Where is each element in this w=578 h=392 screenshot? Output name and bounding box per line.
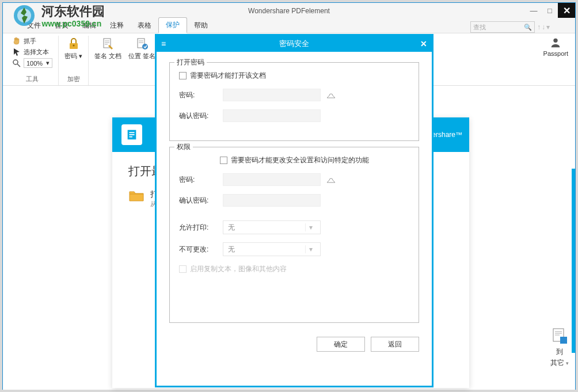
need-open-password-checkbox[interactable] [179,72,187,79]
svg-rect-18 [560,337,567,344]
sign-doc-icon [101,37,115,51]
search-input[interactable]: 查找 🔍 [470,21,535,33]
hand-icon [12,36,21,45]
convert-icon [550,326,569,346]
dialog-menu-icon[interactable]: ≡ [157,39,170,48]
search-placeholder: 查找 [473,23,486,32]
chevron-down-icon: ▾ [305,245,315,253]
svg-line-3 [17,64,20,67]
convert-to-other-button[interactable]: 到 其它 ▾ [550,326,569,368]
open-password-label: 密码: [179,90,218,100]
no-change-label: 不可更改: [179,245,218,254]
allow-print-label: 允许打印: [179,223,218,233]
open-password-input[interactable] [223,89,321,101]
perm-password-label: 密码: [179,175,218,185]
menu-help[interactable]: 帮助 [187,18,215,33]
svg-point-8 [142,44,148,50]
cursor-icon [12,47,21,56]
open-password-section: 打开密码 需要密码才能打开该文档 密码: 确认密码: [169,62,419,141]
chevron-down-icon: ▾ [79,52,82,59]
right-edge-strip [572,169,575,353]
perm-confirm-input[interactable] [223,194,321,207]
maximize-button[interactable]: □ [542,3,558,18]
tool-grab[interactable]: 抓手 [10,36,55,46]
lock-icon [67,37,81,51]
perm-section-legend: 权限 [174,142,193,152]
chevron-down-icon: ▾ [305,223,315,231]
chevron-down-icon: ▾ [566,360,569,366]
tool-sign-doc[interactable]: 签名 文档 [92,36,124,82]
dialog-close-button[interactable]: ✕ [420,39,427,48]
tool-location-sig[interactable]: 位置 签名 [126,36,158,82]
svg-point-9 [554,39,558,43]
menu-protect[interactable]: 保护 [158,17,187,33]
dialog-title: 密码安全 [279,39,309,49]
menu-edit[interactable]: 编辑 [75,18,103,33]
close-button[interactable]: ✕ [558,3,575,18]
title-bar: Wondershare PDFelement — □ ✕ [3,3,575,19]
open-confirm-label: 确认密码: [179,111,218,121]
permission-section: 权限 需要密码才能更改安全设置和访问特定的功能 密码: 确认密码: 允许打印: … [169,147,419,323]
passport-button[interactable]: Passport [543,36,568,57]
menu-annotate[interactable]: 注释 [103,18,131,33]
menu-file[interactable]: 文件 [20,18,48,33]
magnifier-icon [12,59,21,68]
password-security-dialog: ≡ 密码安全 ✕ 打开密码 需要密码才能打开该文档 密码: 确认密码: [155,34,434,387]
svg-point-2 [13,60,18,64]
open-confirm-input[interactable] [223,109,321,122]
nav-menu-icon[interactable]: ▾ [546,23,550,31]
perm-confirm-label: 确认密码: [179,196,218,205]
tool-select-text[interactable]: 选择文本 [10,47,55,57]
tool-password[interactable]: 密码 ▾ [62,36,85,74]
no-change-select[interactable]: 无 ▾ [223,242,321,256]
open-section-legend: 打开密码 [174,58,207,67]
minimize-button[interactable]: — [526,3,542,18]
enable-copy-checkbox[interactable] [179,265,187,273]
app-title: Wondershare PDFelement [248,7,330,15]
need-perm-password-checkbox[interactable] [220,157,227,164]
folder-icon [128,189,144,202]
menu-table[interactable]: 表格 [131,18,158,33]
ok-button[interactable]: 确定 [317,337,365,352]
allow-print-select[interactable]: 无 ▾ [223,220,321,234]
need-open-password-label: 需要密码才能打开该文档 [190,71,266,81]
user-icon [549,36,562,49]
group-tools-label: 工具 [26,74,39,85]
show-perm-password-icon[interactable] [325,174,337,185]
show-password-icon[interactable] [325,90,337,100]
nav-up-icon[interactable]: ↑ [537,23,541,31]
doc-icon [121,124,142,145]
search-icon: 🔍 [524,24,532,31]
menu-home[interactable]: 首页 [48,18,75,33]
chevron-down-icon: ▾ [46,59,50,67]
group-encrypt-label: 加密 [67,74,80,85]
dialog-titlebar: ≡ 密码安全 ✕ [157,36,432,52]
nav-down-icon[interactable]: ↓ [542,23,545,31]
enable-copy-label: 启用复制文本，图像和其他内容 [190,264,287,274]
need-perm-password-label: 需要密码才能更改安全设置和访问特定的功能 [231,155,369,165]
location-sig-icon [135,37,149,51]
perm-password-input[interactable] [223,173,321,186]
svg-point-5 [73,45,74,47]
tool-zoom[interactable]: 100%▾ [10,58,55,68]
back-button[interactable]: 返回 [371,337,419,352]
